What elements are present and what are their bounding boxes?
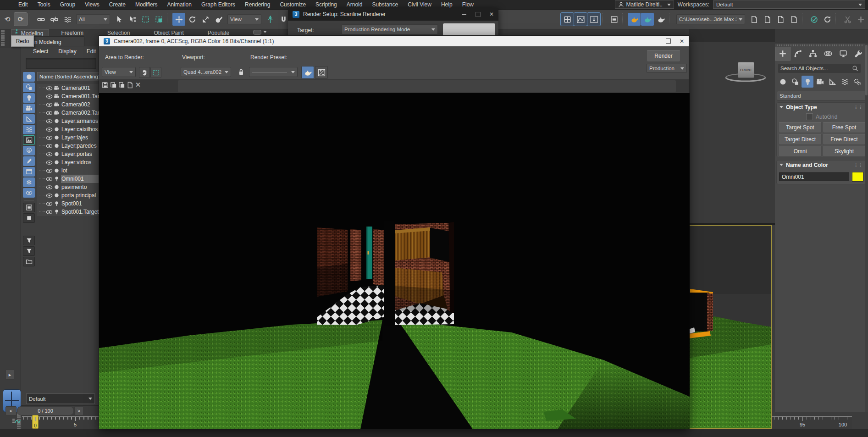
save-scene-check-button[interactable] [807, 13, 820, 26]
eye-icon[interactable] [46, 144, 53, 149]
menu-group[interactable]: Group [60, 1, 75, 8]
skylight-button[interactable]: Skylight [823, 146, 866, 157]
select-and-scale-button[interactable] [199, 13, 212, 26]
select-and-place-button[interactable] [212, 13, 225, 26]
area-to-render-dropdown[interactable]: View [102, 67, 136, 77]
spiral-tool-button[interactable] [821, 13, 834, 26]
undo-button[interactable]: ⟲ [1, 13, 14, 26]
explorer-row[interactable]: Layer:lajes [37, 133, 101, 142]
eye-icon[interactable] [46, 177, 53, 182]
tab-create[interactable] [775, 47, 790, 60]
eye-icon[interactable] [46, 102, 53, 107]
eye-icon[interactable] [46, 135, 53, 140]
category-cameras[interactable] [814, 76, 826, 88]
environment-exposure-button[interactable] [315, 66, 328, 79]
display-geometry-toggle[interactable] [23, 72, 35, 82]
explorer-selection-set-dropdown[interactable]: Default [26, 393, 95, 404]
selection-filter-dropdown[interactable]: All [76, 14, 110, 24]
display-helpers-toggle[interactable] [23, 114, 35, 124]
light-type-dropdown[interactable]: Standard [777, 91, 868, 100]
free-spot-button[interactable]: Free Spot [823, 122, 866, 133]
explorer-row[interactable]: Layer:paredes [37, 142, 101, 150]
clone-rendered-frame-button[interactable] [117, 81, 126, 89]
search-all-objects-input[interactable]: Search All Objects... [778, 64, 861, 73]
clear-filter-toggle[interactable] [23, 246, 35, 256]
tab-utilities[interactable] [851, 47, 866, 60]
object-color-swatch[interactable] [852, 172, 863, 182]
explorer-row[interactable]: Layer:vidros [37, 158, 101, 166]
display-bones-toggle[interactable] [23, 156, 35, 166]
display-lights-toggle[interactable] [23, 93, 35, 103]
menu-tools[interactable]: Tools [38, 1, 50, 8]
perspective-viewport[interactable] [689, 225, 772, 429]
free-direct-button[interactable]: Free Direct [823, 134, 866, 145]
slate-material-editor-button[interactable] [587, 13, 600, 26]
rfw-titlebar[interactable]: 3 Camera002, frame 0, ACEScg, RGBA Color… [99, 36, 689, 46]
explorer-flyout-button[interactable]: ▸ [6, 370, 14, 380]
window-crossing-button[interactable] [152, 13, 165, 26]
category-systems[interactable] [851, 76, 863, 88]
transform-plus-tool-button[interactable] [854, 13, 867, 26]
render-production-button[interactable] [654, 13, 667, 26]
eye-icon[interactable] [46, 86, 53, 91]
menu-animation[interactable]: Animation [167, 1, 192, 8]
menu-create[interactable]: Create [109, 1, 126, 8]
explorer-search-input[interactable] [26, 58, 96, 69]
ribbon-overflow-icon[interactable] [241, 29, 279, 36]
explorer-row[interactable]: porta principal [37, 191, 101, 199]
pick-container-toggle[interactable] [23, 257, 35, 266]
print-image-button[interactable] [126, 81, 134, 89]
material-editor-button[interactable] [608, 13, 620, 26]
select-by-name-button[interactable] [126, 13, 138, 26]
maximize-button[interactable] [471, 9, 485, 19]
unlink-selection-button[interactable] [48, 13, 61, 26]
minimize-button[interactable] [647, 36, 661, 46]
user-account-menu[interactable]: Matilde Direiti.. [615, 0, 674, 9]
preset-field[interactable] [443, 23, 495, 36]
select-and-link-button[interactable] [34, 13, 47, 26]
eye-icon[interactable] [46, 201, 53, 206]
menu-substance[interactable]: Substance [372, 1, 398, 8]
bind-to-space-warp-button[interactable] [61, 13, 74, 26]
explorer-row[interactable]: Camera001 [37, 84, 101, 92]
rendered-frame-window-button[interactable] [641, 13, 654, 26]
explorer-row[interactable]: lot [37, 166, 101, 175]
display-xrefs-toggle[interactable] [23, 146, 35, 155]
render-setup-titlebar[interactable]: 3 Render Setup: Scanline Renderer ✕ [288, 8, 498, 21]
eye-icon[interactable] [46, 210, 53, 215]
target-spot-button[interactable]: Target Spot [779, 122, 822, 133]
menu-rendering[interactable]: Rendering [245, 1, 270, 8]
explorer-menu-edit[interactable]: Edit [87, 48, 96, 55]
menu-graph-editors[interactable]: Graph Editors [201, 1, 235, 8]
close-button[interactable]: ✕ [675, 36, 689, 46]
autogrid-control[interactable]: AutoGrid [806, 113, 837, 120]
eye-icon[interactable] [46, 160, 53, 165]
explorer-row[interactable]: Layer:portas [37, 150, 101, 158]
explorer-row[interactable]: Omni001 [37, 175, 101, 183]
project-folder-dropdown[interactable]: C:\Users\seb...3ds Max 2026 [676, 14, 745, 24]
tab-display[interactable] [836, 47, 851, 60]
panel-grip[interactable] [777, 44, 864, 46]
display-materials-toggle[interactable] [23, 135, 35, 145]
target-dropdown[interactable]: Production Rendering Mode [342, 24, 438, 34]
target-direct-button[interactable]: Target Direct [779, 134, 822, 145]
render-button[interactable]: Render [647, 50, 680, 62]
display-hidden-toggle[interactable] [23, 188, 35, 198]
copy-image-button[interactable] [109, 81, 117, 89]
lock-cell-editing-toggle[interactable] [23, 203, 35, 212]
display-shapes-toggle[interactable] [23, 83, 35, 92]
scrollbar-thumb[interactable] [865, 45, 868, 95]
object-name-field[interactable]: Omni001 [779, 172, 849, 181]
menu-arnold[interactable]: Arnold [347, 1, 363, 8]
lock-viewport-button[interactable] [237, 66, 246, 78]
menu-scripting[interactable]: Scripting [315, 1, 337, 8]
front-viewport[interactable]: FRONT [689, 29, 775, 223]
render-setup-button[interactable] [301, 66, 314, 79]
object-type-header[interactable]: Object Type ⋮⋮ [777, 103, 866, 111]
scene-doc-list-button[interactable] [787, 13, 800, 26]
tab-modify[interactable] [791, 47, 805, 60]
eye-icon[interactable] [46, 168, 53, 173]
menu-civil-view[interactable]: Civil View [408, 1, 431, 8]
explorer-row[interactable]: Camera002.Targ [37, 109, 101, 117]
next-frame-button[interactable]: > [74, 406, 83, 415]
